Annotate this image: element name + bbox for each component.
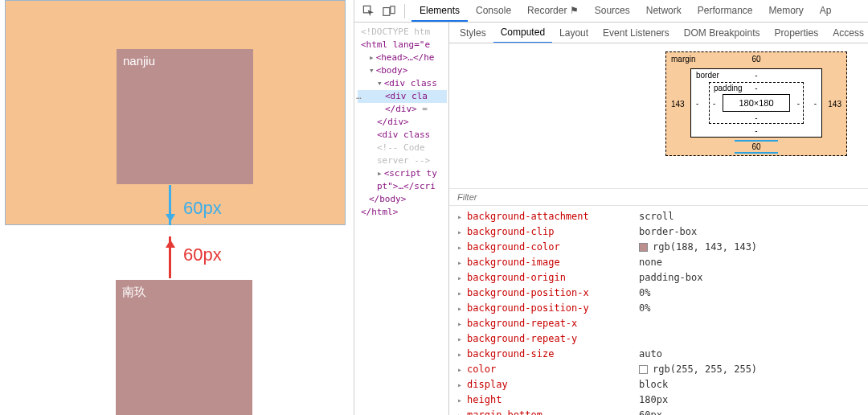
bm-padding-right: - — [797, 99, 800, 108]
box-nanjiu-cn: 南玖 — [116, 280, 252, 415]
top-tab-recorder[interactable]: Recorder ⚑ — [519, 1, 587, 22]
inspect-icon[interactable] — [359, 3, 377, 19]
svg-rect-1 — [383, 7, 390, 15]
gap-label-bottom: 60px — [183, 244, 222, 265]
dom-tree-panel[interactable]: <!DOCTYPE htm<html lang="e<head>…</he<bo… — [354, 23, 449, 415]
bm-margin-left: 143 — [671, 100, 685, 109]
sub-tab-access[interactable]: Access — [825, 23, 868, 43]
prop-name: background-origin — [467, 270, 637, 286]
computed-prop-row[interactable]: background-repeat-x — [457, 316, 868, 331]
dom-line[interactable]: pt">…</scri — [358, 180, 447, 193]
outer-container: nanjiu — [5, 0, 346, 225]
sub-tab-styles[interactable]: Styles — [452, 23, 493, 43]
prop-value: 60px — [639, 408, 662, 415]
prop-name: color — [467, 362, 637, 377]
box-label: nanjiu — [123, 54, 155, 68]
bm-margin-top: 60 — [666, 55, 846, 64]
prop-value: scroll — [639, 209, 674, 224]
computed-prop-row[interactable]: background-sizeauto — [457, 347, 868, 362]
color-swatch-icon — [639, 243, 648, 252]
sub-tab-dombreakpoints[interactable]: DOM Breakpoints — [677, 23, 768, 43]
top-tab-sources[interactable]: Sources — [587, 1, 638, 22]
disclosure-triangle-icon[interactable] — [369, 52, 376, 63]
top-tab-console[interactable]: Console — [468, 1, 519, 22]
computed-properties-list[interactable]: background-attachmentscrollbackground-cl… — [449, 209, 868, 415]
box-label: 南玖 — [122, 285, 146, 298]
dom-line[interactable]: </body> — [358, 193, 447, 206]
prop-value: block — [639, 377, 668, 392]
prop-name: height — [467, 392, 637, 408]
disclosure-triangle-icon[interactable] — [377, 78, 384, 88]
devtools-toolbar: ElementsConsoleRecorder ⚑SourcesNetworkP… — [354, 0, 868, 23]
sub-tab-eventlisteners[interactable]: Event Listeners — [596, 23, 677, 43]
prop-value: rgb(255, 255, 255) — [639, 362, 757, 377]
prop-name: background-image — [467, 255, 637, 270]
sub-tab-properties[interactable]: Properties — [768, 23, 826, 43]
dom-line[interactable]: <script ty — [358, 167, 447, 180]
bm-border-right: - — [814, 99, 817, 108]
dom-line[interactable]: </div> = — [358, 103, 447, 116]
dom-line[interactable]: <head>…</he — [358, 51, 447, 64]
dom-line[interactable]: <div class — [358, 129, 447, 142]
computed-prop-row[interactable]: background-position-y0% — [457, 301, 868, 316]
sub-tab-computed[interactable]: Computed — [493, 23, 552, 43]
arrow-down-icon — [169, 185, 171, 225]
computed-prop-row[interactable]: background-clipborder-box — [457, 224, 868, 240]
computed-prop-row[interactable]: displayblock — [457, 377, 868, 392]
computed-prop-row[interactable]: height180px — [457, 392, 868, 408]
box-nanjiu: nanjiu — [117, 49, 253, 184]
bm-margin-bottom: 60 — [735, 140, 778, 154]
prop-value: rgb(188, 143, 143) — [639, 240, 757, 255]
dom-line[interactable]: </html> — [358, 206, 447, 219]
arrow-up-icon — [169, 236, 171, 278]
styles-side-panel: StylesComputedLayoutEvent ListenersDOM B… — [449, 23, 868, 415]
prop-value: 0% — [639, 286, 650, 301]
top-tab-elements[interactable]: Elements — [411, 1, 468, 22]
computed-prop-row[interactable]: background-position-x0% — [457, 286, 868, 301]
top-tab-memory[interactable]: Memory — [761, 1, 812, 22]
device-toggle-icon[interactable] — [380, 3, 398, 19]
box-model-diagram[interactable]: margin 60 143 143 60 border - - - - pa — [665, 51, 847, 156]
computed-prop-row[interactable]: background-imagenone — [457, 255, 868, 270]
top-tab-performance[interactable]: Performance — [690, 1, 761, 22]
sub-tab-layout[interactable]: Layout — [552, 23, 596, 43]
prop-name: background-size — [467, 347, 637, 362]
computed-prop-row[interactable]: background-attachmentscroll — [457, 209, 868, 224]
top-tab-network[interactable]: Network — [638, 1, 690, 22]
prop-value: padding-box — [639, 270, 702, 286]
dom-line[interactable]: <!DOCTYPE htm — [358, 26, 447, 39]
top-tab-bar: ElementsConsoleRecorder ⚑SourcesNetworkP… — [411, 1, 840, 22]
prop-value: 0% — [639, 301, 650, 316]
prop-value: 180px — [639, 392, 668, 408]
dom-line[interactable]: <div cla — [358, 90, 447, 103]
prop-value: none — [639, 255, 662, 270]
prop-name: background-attachment — [467, 209, 637, 224]
gap-label-top: 60px — [183, 198, 222, 219]
bm-padding-bottom: - — [710, 113, 803, 122]
disclosure-triangle-icon[interactable] — [377, 168, 384, 179]
computed-prop-row[interactable]: background-originpadding-box — [457, 270, 868, 286]
bm-margin-right: 143 — [828, 100, 841, 109]
dom-line[interactable]: <body> — [358, 64, 447, 77]
bm-border-bottom: - — [691, 126, 821, 135]
computed-prop-row[interactable]: background-repeat-y — [457, 331, 868, 347]
prop-name: background-position-x — [467, 286, 637, 301]
computed-prop-row[interactable]: colorrgb(255, 255, 255) — [457, 362, 868, 377]
computed-filter-input[interactable] — [457, 192, 860, 202]
computed-prop-row[interactable]: margin-bottom60px — [457, 408, 868, 415]
prop-name: background-position-y — [467, 301, 637, 316]
prop-value: border-box — [639, 224, 697, 240]
top-tab-ap[interactable]: Ap — [812, 1, 840, 22]
dom-line[interactable]: server --> — [358, 154, 447, 167]
prop-name: background-repeat-y — [467, 331, 637, 347]
dom-line[interactable]: </div> — [358, 116, 447, 129]
prop-name: background-repeat-x — [467, 316, 637, 331]
bm-padding-left: - — [713, 99, 715, 108]
computed-panel: margin 60 143 143 60 border - - - - pa — [449, 43, 868, 415]
bm-padding-top: - — [710, 84, 803, 92]
dom-line[interactable]: <div class — [358, 77, 447, 90]
computed-prop-row[interactable]: background-colorrgb(188, 143, 143) — [457, 240, 868, 255]
dom-line[interactable]: <html lang="e — [358, 39, 447, 51]
dom-line[interactable]: <!-- Code — [358, 142, 447, 154]
disclosure-triangle-icon[interactable] — [369, 65, 376, 76]
